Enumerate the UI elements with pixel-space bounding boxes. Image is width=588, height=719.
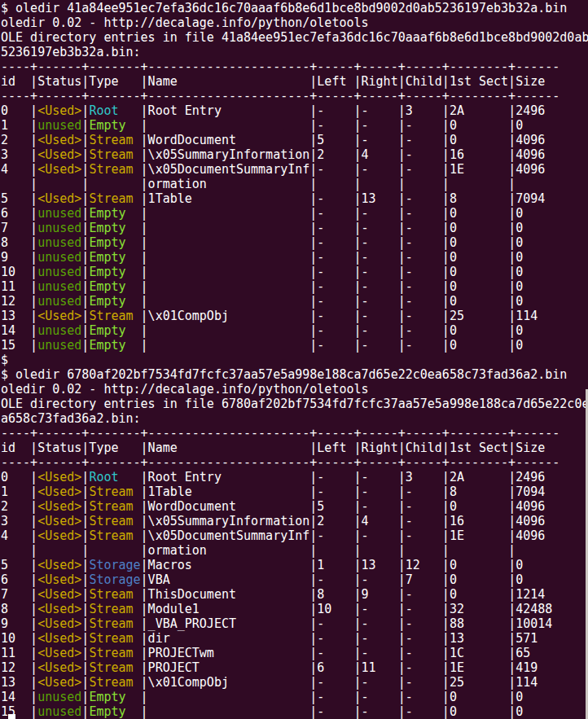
cell-id: 12 |: [1, 660, 37, 675]
cell-id: 1 |: [1, 484, 37, 499]
cell-type: Empty: [89, 294, 140, 309]
cell-type: Stream: [89, 587, 140, 602]
table-row: 12 |<Used>|Stream |PROJECT |6 |11 |- |1E…: [1, 660, 588, 675]
cell-values: |\x05DocumentSummaryInf|- |- |- |1E |409…: [141, 528, 546, 543]
table-row: 2 |<Used>|Stream |WordDocument |5 |- |- …: [1, 499, 588, 514]
header-text: id |Status|Type |Name |Left |Right|Child…: [1, 441, 545, 455]
cell-status: <Used>: [37, 103, 81, 118]
terminal-screen[interactable]: $ oledir 41a84ee951ec7efa36dc16c70aaaf6b…: [0, 0, 588, 719]
cell-values: | |- |- |- |0 |0: [141, 250, 524, 265]
cell-id: 10 |: [1, 631, 37, 646]
cell-type: Stream: [89, 528, 140, 543]
cell-type: Stream: [89, 631, 140, 646]
listing-intro-line: OLE directory entries in file 41a84ee951…: [1, 30, 588, 45]
cell-id: 2 |: [1, 133, 37, 147]
table-row: 8 |<Used>|Stream |Module1 |10 |- |- |32 …: [1, 602, 588, 616]
cell-status: <Used>: [37, 309, 81, 323]
listing-intro-text: a658c73fad36a2.bin:: [1, 411, 141, 426]
cell-status: <Used>: [37, 660, 81, 675]
cell-id: 9 |: [1, 250, 37, 265]
cell-id: 1 |: [1, 118, 37, 133]
cell-status: <Used>: [37, 470, 81, 484]
listing-intro-text: OLE directory entries in file 6780af202b…: [1, 397, 588, 411]
separator-text: ----+------+-------+--------------------…: [1, 455, 559, 470]
cell-id: 8 |: [1, 235, 37, 250]
table-row: 4 |<Used>|Stream |\x05DocumentSummaryInf…: [1, 162, 588, 177]
cell-id: 14 |: [1, 690, 37, 704]
cell-values: |Root Entry |- |- |3 |2A |2496: [141, 103, 546, 118]
prompt-symbol: $: [1, 367, 15, 382]
cell-values: |\x01CompObj |- |- |- |25 |114: [141, 309, 538, 323]
banner-line: oledir 0.02 - http://decalage.info/pytho…: [1, 15, 588, 30]
cell-type: Stream: [89, 484, 140, 499]
cell-type: Stream: [89, 133, 140, 147]
cell-values: | |- |- |- |0 |0: [141, 704, 524, 719]
cell-status: unused: [37, 206, 81, 221]
cell-type: Root: [89, 470, 140, 484]
cell-id: 5 |: [1, 191, 37, 206]
cell-status: <Used>: [37, 587, 81, 602]
cell-status: <Used>: [37, 162, 81, 177]
cell-status: <Used>: [37, 572, 81, 587]
cell-id: 12 |: [1, 294, 37, 309]
listing-intro-line: OLE directory entries in file 6780af202b…: [1, 397, 588, 411]
separator-text: ----+------+-------+--------------------…: [1, 89, 559, 103]
cell-type: Empty: [89, 279, 140, 294]
cell-id: 13 |: [1, 309, 37, 323]
terminal-cursor: [8, 714, 15, 719]
prompt-line: $: [1, 353, 588, 367]
cell-type: Stream: [89, 616, 140, 631]
banner-line: oledir 0.02 - http://decalage.info/pytho…: [1, 382, 588, 397]
cell-status: unused: [37, 250, 81, 265]
listing-intro-text: 5236197eb3b32a.bin:: [1, 45, 141, 59]
table-row: 9 |<Used>|Stream |_VBA_PROJECT |- |- |- …: [1, 616, 588, 631]
cell-status: <Used>: [37, 616, 81, 631]
cell-type: Empty: [89, 221, 140, 235]
cell-status: <Used>: [37, 528, 81, 543]
cell-id: 9 |: [1, 616, 37, 631]
table-separator: ----+------+-------+--------------------…: [1, 426, 588, 441]
cell-type: Stream: [89, 147, 140, 162]
listing-intro-line: 5236197eb3b32a.bin:: [1, 45, 588, 59]
cell-id: 3 |: [1, 147, 37, 162]
cell-id: 2 |: [1, 499, 37, 514]
cell-id: 4 |: [1, 162, 37, 177]
cell-type: Empty: [89, 235, 140, 250]
table-row: 3 |<Used>|Stream |\x05SummaryInformation…: [1, 147, 588, 162]
cell-type: Empty: [89, 690, 140, 704]
listing-intro-text: OLE directory entries in file 41a84ee951…: [1, 30, 588, 45]
cell-values: | |- |- |- |0 |0: [141, 338, 524, 353]
cell-id: 8 |: [1, 602, 37, 616]
table-row: 4 |<Used>|Stream |\x05DocumentSummaryInf…: [1, 528, 588, 543]
cell-values: | |- |- |- |0 |0: [141, 279, 524, 294]
table-row: 0 |<Used>|Root |Root Entry |- |- |3 |2A …: [1, 470, 588, 484]
cell-values: |_VBA_PROJECT |- |- |- |88 |10014: [141, 616, 553, 631]
cell-id: 7 |: [1, 587, 37, 602]
cell-status: <Used>: [37, 147, 81, 162]
cell-id: 15 |: [1, 338, 37, 353]
cell-status: <Used>: [37, 558, 81, 572]
cell-values: |\x05SummaryInformation|2 |4 |- |16 |409…: [141, 514, 546, 528]
table-row: 11 |<Used>|Stream |PROJECTwm |- |- |- |1…: [1, 646, 588, 660]
cell-id: 7 |: [1, 221, 37, 235]
table-row: 1 |<Used>|Stream |1Table |- |- |- |8 |70…: [1, 484, 588, 499]
cell-status: unused: [37, 265, 81, 279]
cell-id: 3 |: [1, 514, 37, 528]
cell-type: Stream: [89, 675, 140, 690]
table-row: 13 |<Used>|Stream |\x01CompObj |- |- |- …: [1, 309, 588, 323]
command-text: oledir 41a84ee951ec7efa36dc16c70aaaf6b8e…: [15, 1, 567, 15]
cell-type: Stream: [89, 646, 140, 660]
cell-type: Storage: [89, 558, 140, 572]
cell-id: 15 |: [1, 704, 37, 719]
table-row: 14 |unused|Empty | |- |- |- |0 |0: [1, 323, 588, 338]
table-separator: ----+------+-------+--------------------…: [1, 455, 588, 470]
table-row: 10 |<Used>|Stream |dir |- |- |- |13 |571: [1, 631, 588, 646]
banner-text: oledir 0.02 - http://decalage.info/pytho…: [1, 382, 369, 397]
table-row: 14 |unused|Empty | |- |- |- |0 |0: [1, 690, 588, 704]
cell-values: | |- |- |- |0 |0: [141, 294, 524, 309]
table-row: 1 |unused|Empty | |- |- |- |0 |0: [1, 118, 588, 133]
cell-values: | |- |- |- |0 |0: [141, 235, 524, 250]
command-text: oledir 6780af202bf7534fd7fcfc37aa57e5a99…: [15, 367, 567, 382]
cell-status: <Used>: [37, 133, 81, 147]
cell-type: Stream: [89, 499, 140, 514]
